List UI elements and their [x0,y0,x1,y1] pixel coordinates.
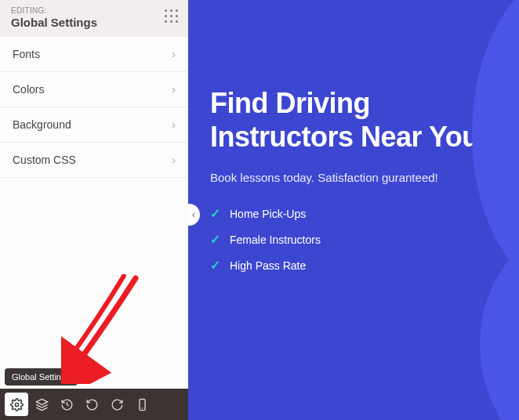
chevron-right-icon: › [172,154,176,166]
redo-button[interactable] [105,393,129,416]
menu-item-fonts[interactable]: Fonts › [0,37,188,72]
history-button[interactable] [55,393,78,416]
undo-button[interactable] [80,393,103,416]
hero-subheading: Book lessons today. Satisfaction gurante… [210,171,519,184]
check-icon: ✓ [210,206,220,221]
undo-icon [85,398,99,411]
bottom-toolbar [0,389,188,420]
svg-marker-1 [36,399,47,404]
svg-line-3 [67,404,68,405]
chevron-right-icon: › [172,83,176,96]
menu-item-label: Custom CSS [13,154,76,166]
layers-icon [35,398,49,411]
svg-point-0 [15,403,18,406]
canvas-preview[interactable]: ‹ Find Driving Instructors Near You Book… [188,0,519,420]
check-icon: ✓ [210,258,220,273]
redo-icon [111,398,124,411]
feature-text: Female Instructors [230,234,321,246]
menu-item-label: Background [13,118,71,131]
feature-item: ✓High Pass Rate [210,258,519,273]
history-icon [60,398,74,411]
device-preview-button[interactable] [130,393,154,416]
feature-text: High Pass Rate [230,259,306,272]
chevron-right-icon: › [172,48,176,60]
panel-title: Global Settings [11,16,177,29]
feature-text: Home Pick-Ups [230,208,306,220]
menu-item-colors[interactable]: Colors › [0,72,188,107]
gear-icon [10,398,24,411]
sidebar: EDITING: Global Settings Fonts › Colors … [0,0,188,420]
feature-list: ✓Home Pick-Ups ✓Female Instructors ✓High… [210,206,519,273]
settings-button[interactable] [5,393,28,416]
feature-item: ✓Home Pick-Ups [210,206,519,221]
collapse-sidebar-handle[interactable]: ‹ [188,204,200,226]
menu-item-custom-css[interactable]: Custom CSS › [0,143,188,178]
drag-handle-icon[interactable] [165,9,179,24]
mobile-icon [136,398,149,411]
menu-item-label: Colors [13,83,44,96]
tooltip-global-settings: Global Settings [5,368,78,386]
settings-menu: Fonts › Colors › Background › Custom CSS… [0,37,188,178]
chevron-right-icon: › [172,118,176,131]
menu-item-label: Fonts [13,48,40,60]
menu-item-background[interactable]: Background › [0,107,188,143]
check-icon: ✓ [210,232,220,247]
layers-button[interactable] [30,393,53,416]
feature-item: ✓Female Instructors [210,232,519,247]
sidebar-header: EDITING: Global Settings [0,0,188,37]
editing-label: EDITING: [11,6,177,15]
